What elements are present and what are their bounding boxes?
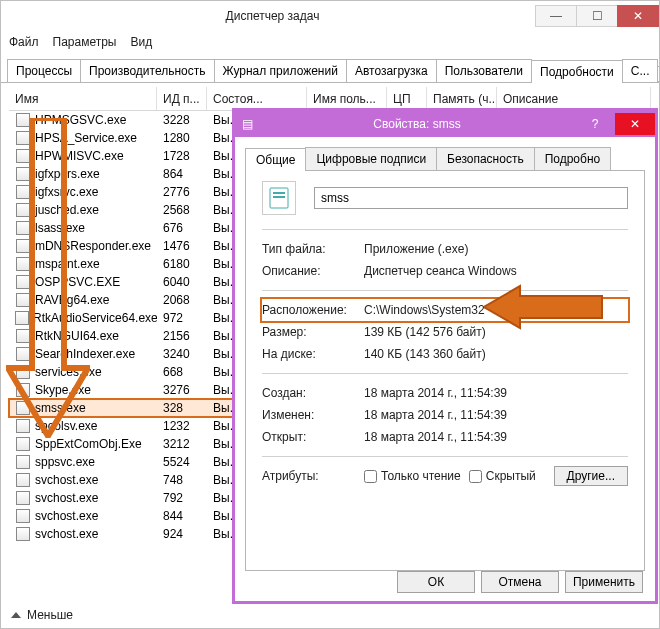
col-cpu[interactable]: ЦП — [387, 87, 427, 110]
process-icon — [15, 526, 31, 542]
process-icon — [15, 184, 31, 200]
apply-button[interactable]: Применить — [565, 571, 643, 593]
props-tab-details[interactable]: Подробно — [534, 147, 612, 170]
col-user[interactable]: Имя поль... — [307, 87, 387, 110]
other-attrs-button[interactable]: Другие... — [554, 466, 628, 486]
process-name: HPWMISVC.exe — [35, 149, 124, 163]
props-close-button[interactable]: ✕ — [615, 113, 655, 135]
process-pid: 6180 — [157, 257, 207, 271]
process-name: services.exe — [35, 365, 102, 379]
close-button[interactable]: ✕ — [617, 5, 659, 27]
process-pid: 972 — [157, 311, 207, 325]
process-name: mspaint.exe — [35, 257, 100, 271]
process-pid: 328 — [157, 401, 207, 415]
process-icon — [15, 274, 31, 290]
filetype-value: Приложение (.exe) — [364, 242, 628, 256]
process-icon — [15, 202, 31, 218]
props-help-button[interactable]: ? — [575, 113, 615, 135]
process-pid: 2776 — [157, 185, 207, 199]
process-icon — [15, 436, 31, 452]
process-name: HPSA_Service.exe — [35, 131, 137, 145]
process-icon — [15, 310, 29, 326]
process-icon — [15, 148, 31, 164]
process-icon — [15, 508, 31, 524]
process-name: svchost.exe — [35, 491, 98, 505]
created-label: Создан: — [262, 386, 364, 400]
process-pid: 3276 — [157, 383, 207, 397]
process-pid: 5524 — [157, 455, 207, 469]
ok-button[interactable]: ОК — [397, 571, 475, 593]
props-tab-security[interactable]: Безопасность — [436, 147, 535, 170]
props-tab-signatures[interactable]: Цифровые подписи — [305, 147, 437, 170]
cancel-button[interactable]: Отмена — [481, 571, 559, 593]
process-name: Skype.exe — [35, 383, 91, 397]
process-name: OSPPSVC.EXE — [35, 275, 120, 289]
process-icon — [15, 238, 31, 254]
menu-bar: Файл Параметры Вид — [1, 31, 659, 53]
process-name: svchost.exe — [35, 509, 98, 523]
tab-startup[interactable]: Автозагрузка — [346, 59, 437, 82]
opened-label: Открыт: — [262, 430, 364, 444]
tab-users[interactable]: Пользователи — [436, 59, 532, 82]
tab-strip: Процессы Производительность Журнал прило… — [1, 53, 659, 83]
menu-view[interactable]: Вид — [130, 35, 152, 49]
ondisk-value: 140 КБ (143 360 байт) — [364, 347, 628, 361]
process-icon — [15, 328, 31, 344]
process-name: igfxpers.exe — [35, 167, 100, 181]
fewer-details-link[interactable]: Меньше — [27, 608, 73, 622]
tab-apphistory[interactable]: Журнал приложений — [214, 59, 347, 82]
process-icon — [15, 220, 31, 236]
col-status[interactable]: Состоя... — [207, 87, 307, 110]
process-name: svchost.exe — [35, 527, 98, 541]
readonly-checkbox[interactable]: Только чтение — [364, 469, 461, 483]
size-value: 139 КБ (142 576 байт) — [364, 325, 628, 339]
props-tab-strip: Общие Цифровые подписи Безопасность Подр… — [245, 147, 645, 171]
process-icon — [15, 382, 31, 398]
footer: Меньше — [11, 608, 73, 622]
process-icon — [15, 490, 31, 506]
attrs-label: Атрибуты: — [262, 469, 364, 483]
tab-more[interactable]: С... — [622, 59, 659, 82]
col-desc[interactable]: Описание — [497, 87, 651, 110]
process-pid: 2068 — [157, 293, 207, 307]
tab-details[interactable]: Подробности — [531, 60, 623, 83]
col-name[interactable]: Имя — [9, 87, 157, 110]
process-pid: 1280 — [157, 131, 207, 145]
props-tab-general[interactable]: Общие — [245, 148, 306, 171]
col-pid[interactable]: ИД п... — [157, 87, 207, 110]
process-icon — [15, 256, 31, 272]
col-mem[interactable]: Память (ч... — [427, 87, 497, 110]
process-pid: 2156 — [157, 329, 207, 343]
process-name: RtkAudioService64.exe — [33, 311, 157, 325]
hidden-checkbox[interactable]: Скрытый — [469, 469, 536, 483]
properties-dialog: ▤ Свойства: smss ? ✕ Общие Цифровые подп… — [232, 108, 658, 604]
process-icon — [15, 112, 31, 128]
props-titlebar: ▤ Свойства: smss ? ✕ — [235, 111, 655, 137]
process-name: mDNSResponder.exe — [35, 239, 151, 253]
process-pid: 3228 — [157, 113, 207, 127]
collapse-icon[interactable] — [11, 612, 21, 618]
props-body: Тип файла: Приложение (.exe) Описание: Д… — [245, 171, 645, 571]
desc-value: Диспетчер сеанса Windows — [364, 264, 628, 278]
opened-value: 18 марта 2014 г., 11:54:39 — [364, 430, 628, 444]
menu-file[interactable]: Файл — [9, 35, 39, 49]
minimize-button[interactable]: — — [535, 5, 577, 27]
tab-processes[interactable]: Процессы — [7, 59, 81, 82]
tab-performance[interactable]: Производительность — [80, 59, 214, 82]
process-name: RtkNGUI64.exe — [35, 329, 119, 343]
process-name: smss.exe — [35, 401, 86, 415]
menu-options[interactable]: Параметры — [53, 35, 117, 49]
file-type-icon — [262, 181, 296, 215]
filename-input[interactable] — [314, 187, 628, 209]
location-value: C:\Windows\System32 — [364, 303, 628, 317]
desc-label: Описание: — [262, 264, 364, 278]
process-icon — [15, 130, 31, 146]
modified-label: Изменен: — [262, 408, 364, 422]
maximize-button[interactable]: ☐ — [576, 5, 618, 27]
process-pid: 1728 — [157, 149, 207, 163]
process-pid: 3212 — [157, 437, 207, 451]
process-pid: 748 — [157, 473, 207, 487]
process-icon — [15, 454, 31, 470]
titlebar: Диспетчер задач — ☐ ✕ — [1, 1, 659, 31]
process-pid: 864 — [157, 167, 207, 181]
